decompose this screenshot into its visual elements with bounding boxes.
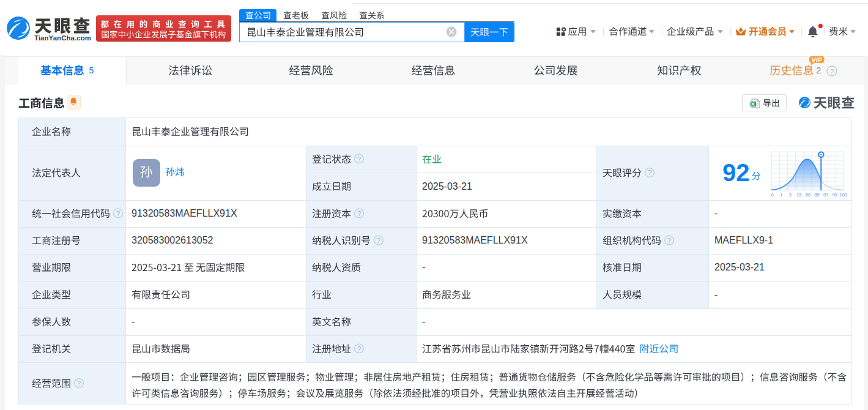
svg-text:15: 15 [796,192,801,198]
svg-text:?: ? [357,210,361,217]
svg-text:?: ? [667,237,671,244]
svg-text:85: 85 [814,192,819,198]
svg-text:?: ? [648,169,651,176]
svg-text:0: 0 [771,192,773,198]
svg-text:3: 3 [789,192,792,198]
svg-text:99: 99 [832,192,837,198]
svg-text:1: 1 [780,192,782,198]
svg-text:50: 50 [806,192,811,198]
svg-text:?: ? [377,237,380,244]
svg-text:?: ? [830,68,834,75]
svg-text:VIP: VIP [812,56,823,64]
svg-text:?: ? [77,379,81,387]
svg-text:?: ? [116,210,120,217]
svg-text:?: ? [357,345,361,352]
svg-text:97: 97 [823,192,828,198]
svg-text:100: 100 [839,192,847,198]
svg-text:?: ? [357,155,361,163]
